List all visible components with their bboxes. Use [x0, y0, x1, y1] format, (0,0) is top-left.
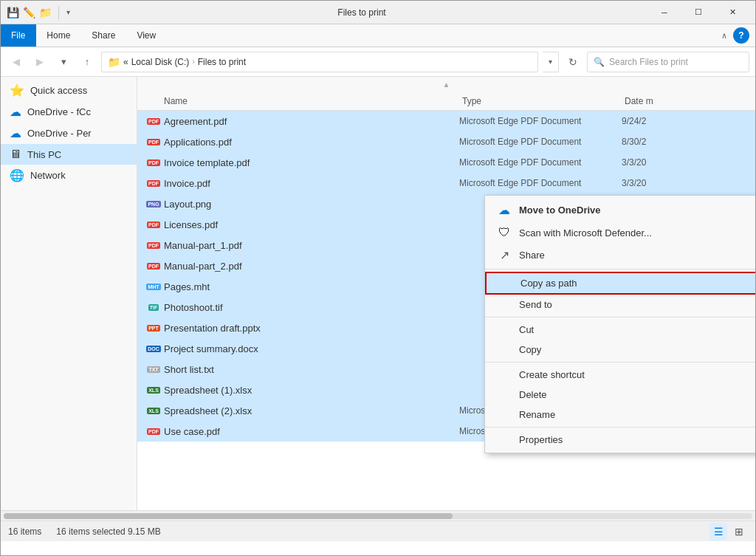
sidebar-item-label-quick-access: Quick access — [30, 85, 87, 96]
file-type: Microsoft Edge PDF Document — [459, 116, 622, 126]
column-header: Name Type Date m — [137, 92, 755, 111]
context-menu-item-cut[interactable]: Cut — [485, 320, 755, 340]
context-menu-item-copy[interactable]: Copy — [485, 340, 755, 360]
file-name: Project summary.docx — [164, 343, 459, 354]
sort-up-arrow[interactable]: ▲ — [443, 80, 450, 89]
path-folder-icon: 📁 — [108, 56, 120, 68]
sidebar-item-onedrive-fcc[interactable]: ☁ OneDrive - fCc — [1, 101, 137, 123]
ctx-item-label: Copy — [519, 344, 541, 355]
address-path[interactable]: 📁 « Local Disk (C:) › Files to print — [101, 52, 538, 72]
item-count: 16 items — [8, 526, 41, 537]
context-menu-item-share[interactable]: ↗Share — [485, 244, 755, 267]
col-header-name[interactable]: Name — [137, 96, 462, 106]
maximize-button[interactable]: ☐ — [681, 1, 715, 24]
file-name: Photoshoot.tif — [164, 302, 459, 313]
context-menu-item-create-shortcut[interactable]: Create shortcut — [485, 365, 755, 385]
ctx-item-label: Delete — [519, 389, 547, 400]
address-dropdown-button[interactable]: ▾ — [543, 52, 559, 72]
sidebar-item-this-pc[interactable]: 🖥 This PC — [1, 144, 137, 165]
sidebar-item-label-network: Network — [30, 170, 66, 181]
context-menu-item-properties[interactable]: Properties — [485, 430, 755, 450]
ribbon-help: ∧ ? — [721, 24, 755, 47]
file-name: Applications.pdf — [164, 137, 459, 148]
this-pc-icon: 🖥 — [10, 148, 21, 161]
sidebar-item-quick-access[interactable]: ⭐ Quick access — [1, 80, 137, 101]
file-date: 3/3/20 — [622, 178, 755, 188]
context-menu-separator — [485, 269, 755, 270]
ctx-item-label: Move to OneDrive — [519, 205, 601, 216]
context-menu-item-move-to-onedrive[interactable]: ☁Move to OneDrive› — [485, 199, 755, 222]
context-menu-item-rename[interactable]: Rename — [485, 405, 755, 425]
table-row[interactable]: PDF Applications.pdf Microsoft Edge PDF … — [137, 131, 755, 152]
sidebar-item-network[interactable]: 🌐 Network — [1, 165, 137, 186]
table-row[interactable]: PDF Invoice template.pdf Microsoft Edge … — [137, 152, 755, 173]
scrollbar-area — [1, 510, 755, 521]
context-menu-separator — [485, 317, 755, 318]
file-name: Use case.pdf — [164, 426, 459, 437]
context-menu-item-copy-as-path[interactable]: Copy as path — [485, 272, 755, 295]
file-icon: PNG — [143, 201, 164, 207]
context-menu-separator — [485, 362, 755, 363]
minimize-button[interactable]: ─ — [647, 1, 681, 24]
ctx-icon-cloud: ☁ — [497, 203, 512, 217]
back-button[interactable]: ◀ — [7, 52, 26, 72]
file-name: Presentation draft.pptx — [164, 323, 459, 334]
col-header-date[interactable]: Date m — [625, 96, 755, 106]
search-placeholder: Search Files to print — [609, 57, 688, 67]
close-button[interactable]: ✕ — [715, 1, 749, 24]
save-icon: 💾 — [7, 7, 18, 18]
onedrive-per-icon: ☁ — [10, 126, 21, 140]
file-icon: XLS — [143, 408, 164, 414]
file-icon: PDF — [143, 118, 164, 125]
file-icon: PDF — [143, 159, 164, 166]
context-menu-item-scan-defender[interactable]: 🛡Scan with Microsoft Defender... — [485, 222, 755, 244]
scrollbar-track[interactable] — [4, 513, 752, 519]
address-bar: ◀ ▶ ▾ ↑ 📁 « Local Disk (C:) › Files to p… — [1, 47, 755, 77]
refresh-button[interactable]: ↻ — [563, 52, 583, 72]
file-name: Licenses.pdf — [164, 219, 459, 230]
ctx-item-label: Send to — [519, 299, 552, 310]
table-row[interactable]: PDF Invoice.pdf Microsoft Edge PDF Docum… — [137, 173, 755, 193]
tab-file[interactable]: File — [1, 24, 36, 47]
file-icon: PDF — [143, 180, 164, 187]
ctx-item-label: Scan with Microsoft Defender... — [519, 227, 652, 238]
context-menu-item-send-to[interactable]: Send to› — [485, 295, 755, 315]
ribbon-collapse-icon[interactable]: ∧ — [721, 31, 727, 41]
sidebar-item-label-this-pc: This PC — [27, 149, 61, 160]
file-name: Manual-part_2.pdf — [164, 261, 459, 272]
file-icon: TXT — [143, 366, 164, 373]
file-icon: TIF — [143, 304, 164, 311]
context-menu-item-delete[interactable]: Delete — [485, 385, 755, 405]
sidebar-item-onedrive-per[interactable]: ☁ OneDrive - Per — [1, 123, 137, 144]
file-date: 9/24/2 — [622, 116, 755, 126]
file-name: Spreadsheet (2).xlsx — [164, 405, 459, 416]
col-header-type[interactable]: Type — [462, 96, 625, 106]
tab-home[interactable]: Home — [36, 24, 81, 47]
file-area: ▲ Name Type Date m PDF Agreement.pdf Mic… — [137, 77, 755, 510]
tb-dropdown-arrow[interactable]: ▾ — [66, 8, 70, 16]
ctx-item-label: Rename — [519, 409, 555, 420]
file-icon: PDF — [143, 139, 164, 145]
large-icon-view-button[interactable]: ⊞ — [730, 523, 748, 540]
table-row[interactable]: PDF Agreement.pdf Microsoft Edge PDF Doc… — [137, 111, 755, 131]
forward-button[interactable]: ▶ — [30, 52, 49, 72]
context-menu-separator — [485, 427, 755, 428]
detail-view-button[interactable]: ☰ — [709, 523, 727, 540]
tab-share[interactable]: Share — [81, 24, 126, 47]
tab-view[interactable]: View — [126, 24, 167, 47]
path-location: Local Disk (C:) — [131, 57, 190, 67]
file-icon: DOC — [143, 346, 164, 352]
title-bar-icons: 💾 ✏️ 📁 ▾ — [7, 6, 70, 19]
search-box[interactable]: 🔍 Search Files to print — [587, 52, 749, 72]
network-icon: 🌐 — [10, 168, 24, 182]
scrollbar-thumb[interactable] — [4, 513, 453, 519]
context-menu: ☁Move to OneDrive›🛡Scan with Microsoft D… — [484, 195, 755, 453]
recent-locations-button[interactable]: ▾ — [54, 52, 73, 72]
file-name: Manual-part_1.pdf — [164, 240, 459, 251]
up-button[interactable]: ↑ — [78, 52, 97, 72]
help-button[interactable]: ? — [733, 27, 749, 44]
view-controls: ☰ ⊞ — [709, 523, 748, 540]
file-icon: PDF — [143, 242, 164, 249]
file-name: Agreement.pdf — [164, 116, 459, 127]
ctx-item-label: Properties — [519, 434, 563, 445]
